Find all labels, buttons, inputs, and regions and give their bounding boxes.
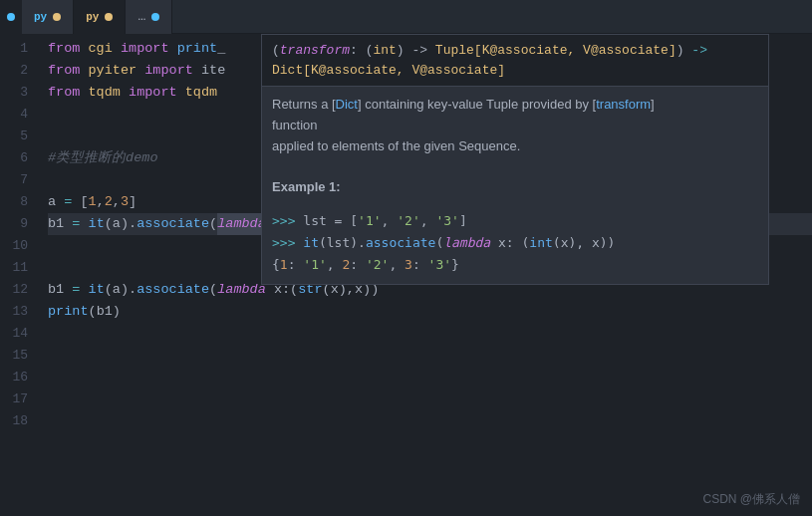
num-2: 2	[105, 191, 113, 213]
line-num-4: 4	[0, 104, 28, 126]
ex-colon-2: :	[350, 257, 366, 272]
watermark-text: CSDN @佛系人僧	[702, 492, 800, 506]
ex-result: {	[272, 257, 280, 272]
plain-2	[136, 60, 144, 82]
ex-paren5: ),	[568, 235, 591, 250]
line-num-1: 1	[0, 38, 28, 60]
line-num-11: 11	[0, 257, 28, 279]
tooltip-body: Returns a [Dict] containing key-value Tu…	[262, 87, 768, 206]
line-num-17: 17	[0, 388, 28, 410]
ex-lst-assign: lst = [	[303, 213, 358, 228]
paren-9c: (	[209, 213, 217, 235]
sig-colon: : (	[350, 43, 373, 58]
tab-indicator-left	[0, 0, 22, 34]
comment-type-demo: #类型推断的demo	[48, 147, 158, 169]
line-num-5: 5	[0, 126, 28, 147]
ex-fn-associate: associate	[366, 235, 435, 250]
prompt-2: >>>	[272, 235, 303, 250]
line-numbers: 1 2 3 4 5 6 7 8 9 10 11 12 13 14 15 16 1…	[0, 34, 36, 516]
kw-lambda-2: lambda	[217, 279, 266, 301]
doc-text-function: ]	[651, 97, 655, 112]
example-line-3: {1: '1', 2: '2', 3: '3'}	[272, 254, 758, 276]
ex-brace-close: }	[451, 257, 459, 272]
plain-3b	[177, 82, 185, 104]
tab-py-icon-2: py	[86, 11, 99, 23]
fn-print-13: print	[48, 301, 89, 323]
code-line-13: print(b1)	[48, 301, 812, 323]
code-line-18	[48, 410, 812, 432]
paren-12a: (	[105, 279, 113, 301]
ex-res-str-1: '1'	[303, 257, 326, 272]
tooltip-example: >>> lst = ['1', '2', '3'] >>> it(lst).as…	[262, 206, 768, 284]
line-num-3: 3	[0, 82, 28, 104]
tab-2[interactable]: py	[74, 0, 126, 34]
op-eq-3: =	[72, 279, 80, 301]
ex-num-1: 1	[280, 257, 288, 272]
line-num-14: 14	[0, 323, 28, 345]
tab-dot-blue	[151, 13, 159, 21]
ex-kw-lambda: lambda	[443, 235, 490, 250]
sig-paren-close: )	[677, 43, 684, 58]
ex-bracket: ]	[459, 213, 467, 228]
bracket-1: [	[72, 191, 88, 213]
kw-from-3: from	[48, 82, 89, 104]
plain-3	[121, 82, 129, 104]
tab-ellipsis-label: …	[137, 9, 145, 24]
kw-from-2: from	[48, 60, 89, 82]
ex-res-str-3: '3'	[428, 257, 451, 272]
line-num-7: 7	[0, 169, 28, 191]
line-num-2: 2	[0, 60, 28, 82]
ex-str-2: '2'	[397, 213, 419, 228]
line-num-13: 13	[0, 301, 28, 323]
mod-tqdm2: tqdm	[185, 82, 217, 104]
paren-12c: (	[209, 279, 217, 301]
example-label: Example 1:	[272, 179, 341, 194]
ex-paren1: (	[319, 235, 327, 250]
code-line-15	[48, 345, 812, 367]
tab-dot-1	[53, 13, 61, 21]
bracket-2: ]	[129, 191, 136, 213]
mod-tqdm: tqdm	[89, 82, 121, 104]
doc-link-dict: Dict	[336, 97, 358, 112]
code-line-17	[48, 388, 812, 410]
ex-comma-1: ,	[382, 213, 398, 228]
paren-13a: (	[89, 301, 97, 323]
sig-return-type: Dict[K@associate, V@associate]	[272, 63, 505, 78]
watermark: CSDN @佛系人僧	[702, 491, 800, 508]
sig-paren-open: (	[272, 43, 280, 58]
arg-a-12: a	[113, 279, 121, 301]
tab-py-icon-1: py	[34, 11, 47, 23]
tab-3[interactable]: …	[126, 0, 172, 34]
example-line-1: >>> lst = ['1', '2', '3']	[272, 210, 758, 232]
paren-13b: )	[113, 301, 121, 323]
line-num-9: 9	[0, 213, 28, 235]
op-eq-2: =	[72, 213, 80, 235]
space-9	[80, 213, 88, 235]
sig-arrow-inner: ) ->	[397, 43, 435, 58]
line-num-15: 15	[0, 345, 28, 367]
kw-import-2: import	[144, 60, 193, 82]
ex-lambda-body: x: (	[490, 235, 529, 250]
line-num-18: 18	[0, 410, 28, 432]
line-num-6: 6	[0, 147, 28, 169]
code-line-16	[48, 367, 812, 388]
tooltip-signature: (transform: (int) -> Tuple[K@associate, …	[262, 35, 768, 87]
tab-dot-2	[105, 13, 113, 21]
plain-1b	[169, 38, 177, 60]
var-b1-2: b1	[48, 279, 72, 301]
code-line-14	[48, 323, 812, 345]
sig-return-arrow: ->	[691, 43, 707, 58]
fn-it-2: it	[89, 279, 105, 301]
autocomplete-tooltip: (transform: (int) -> Tuple[K@associate, …	[261, 34, 769, 285]
doc-text-containing: ] containing key-value Tuple provided by…	[358, 97, 596, 112]
line-num-10: 10	[0, 235, 28, 257]
ex-fn-it: it	[303, 235, 319, 250]
sig-type-tuple: Tuple[K@associate, V@associate]	[435, 43, 677, 58]
tab-1[interactable]: py	[22, 0, 74, 34]
ex-str-3: '3'	[435, 213, 458, 228]
comma-1: ,	[97, 191, 105, 213]
fn-associate-1: associate	[136, 213, 209, 235]
ex-comma-r2: ,	[389, 257, 405, 272]
op-eq-1: =	[64, 191, 72, 213]
ex-fn-int: int	[529, 235, 552, 250]
